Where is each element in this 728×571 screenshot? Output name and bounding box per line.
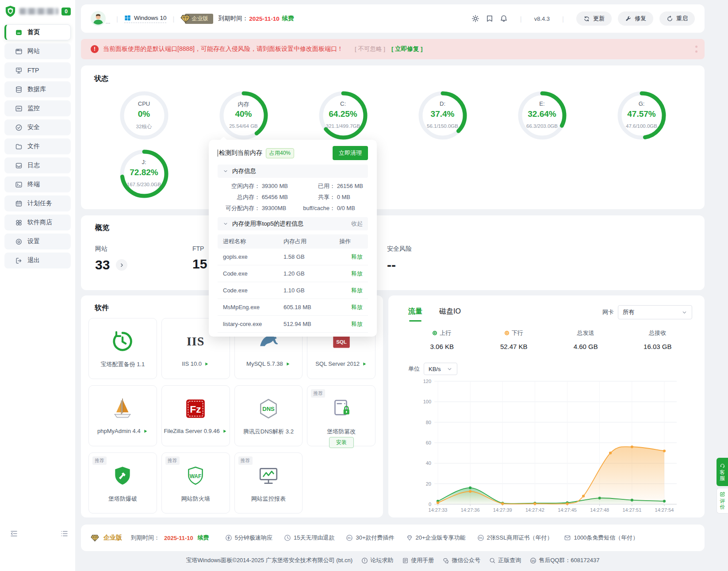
overview-item-value: -- (387, 257, 396, 272)
renew-link[interactable]: 续费 (282, 15, 294, 23)
svg-text:14:27:42: 14:27:42 (525, 507, 544, 513)
memory-info-value: 65456 MB (262, 194, 288, 200)
bookmark-flag-icon[interactable] (486, 15, 494, 23)
traffic-stat-label: 下行 (512, 329, 523, 337)
theme-sun-icon[interactable] (471, 15, 479, 23)
header-action-button[interactable]: 更新 (576, 11, 612, 26)
svg-text:14:27:48: 14:27:48 (590, 507, 609, 513)
sidebar-item[interactable]: 首页 (4, 24, 71, 40)
promo-feature-icon (564, 534, 571, 541)
install-button[interactable]: 安装 (329, 437, 354, 448)
software-tile[interactable]: 推荐 堡塔防篡改 安装 (307, 385, 375, 446)
software-tile[interactable]: 宝塔配置备份 1.1 (88, 318, 157, 379)
sidebar-item-label: 监控 (27, 104, 40, 112)
header-action-button[interactable]: 修复 (618, 11, 653, 26)
release-link[interactable]: 释放 (339, 320, 363, 328)
software-icon (89, 464, 157, 487)
software-tile[interactable]: Fz FileZilla Server 0.9.46 (161, 385, 230, 446)
gold-diamond-icon (91, 534, 99, 542)
sidebar-item[interactable]: 软件商店 (4, 215, 71, 230)
status-gauge[interactable]: D: 37.4% 56.1/150.0GB (417, 90, 468, 141)
promo-feature: 30+ 30+款付费插件 (346, 534, 394, 542)
promo-feature-icon: SSL (477, 534, 484, 541)
footer-link[interactable]: 正版查询 (489, 556, 521, 564)
sidebar-item-icon (15, 67, 23, 74)
header-action-button[interactable]: 重启 (659, 11, 695, 26)
software-tile[interactable]: 推荐 堡塔防爆破 (88, 452, 157, 514)
process-memory: 1.20 GB (284, 270, 339, 277)
process-table-row: Code.exe 1.10 GB 释放 (218, 282, 368, 299)
status-gauge[interactable]: CPU 0% 32核心 (119, 90, 170, 141)
traffic-tab[interactable]: 流量 (408, 307, 422, 322)
sidebar-item[interactable]: 安全 (4, 119, 71, 135)
unit-select[interactable]: KB/s (424, 363, 457, 375)
top5-section-header[interactable]: 内存使用率top5的进程信息 收起 (218, 217, 368, 230)
overview-item-label: 网站 (95, 245, 192, 253)
footer-link[interactable]: 微信公众号 (443, 556, 480, 564)
sidebar-item[interactable]: 文件 (4, 138, 71, 154)
message-count-badge[interactable]: 0 (61, 8, 71, 15)
nic-select[interactable]: 所有 (618, 305, 692, 319)
software-icon: WAF (162, 464, 230, 487)
os-label[interactable]: Windows 10 (124, 15, 167, 23)
status-gauge[interactable]: J: 72.82% 167.5/230.0GB (119, 148, 170, 199)
sidebar-item[interactable]: 日志 (4, 157, 71, 173)
software-tile[interactable]: phpMyAdmin 4.4 (88, 385, 157, 446)
process-table-header-cell: 进程名称 (223, 238, 284, 245)
overview-arrow-button[interactable] (116, 259, 127, 271)
customer-service-button[interactable]: 客服 (717, 458, 728, 486)
software-icon (89, 397, 157, 420)
collapse-link[interactable]: 收起 (351, 220, 363, 228)
release-link[interactable]: 释放 (339, 287, 363, 295)
usage-tag: 占用40% (266, 148, 294, 158)
footer-link-icon (489, 557, 496, 564)
footer-link[interactable]: 论坛求助 (361, 556, 393, 564)
sidebar-item[interactable]: 监控 (4, 100, 71, 116)
promo-renew-link[interactable]: 续费 (198, 534, 209, 542)
footer-link[interactable]: QQ 售后QQ群：608172437 (530, 556, 599, 564)
traffic-tab[interactable]: 磁盘IO (439, 307, 461, 322)
gauge-value: 64.25% (318, 109, 369, 119)
sidebar-item-icon (15, 29, 23, 36)
process-name: gopls.exe (223, 253, 284, 260)
status-gauge[interactable]: C: 64.25% 321.1/499.7GB (318, 90, 369, 141)
footer-link[interactable]: 使用手册 (402, 556, 434, 564)
status-gauge[interactable]: E: 32.64% 66.3/203.0GB (517, 90, 568, 141)
svg-text:14:27:39: 14:27:39 (493, 507, 512, 513)
notification-bell-icon[interactable] (500, 15, 508, 23)
memory-info-section-header[interactable]: 内存信息 (218, 165, 368, 178)
sidebar-list-icon[interactable] (60, 529, 69, 538)
gauge-label: D: (417, 100, 468, 107)
release-link[interactable]: 释放 (339, 270, 363, 278)
status-gauge[interactable]: G: 47.57% 47.6/100.0GB (616, 90, 667, 141)
software-tile[interactable]: DNS 腾讯云DNS解析 3.2 (234, 385, 303, 446)
release-link[interactable]: 释放 (339, 253, 363, 261)
footer-link-label: 正版查询 (498, 556, 521, 564)
overview-item: 网站 33 (95, 245, 192, 272)
software-tile[interactable]: 推荐 网站监控报表 (234, 452, 303, 514)
sidebar-item[interactable]: 网站 (4, 43, 71, 59)
banner-pager-dots[interactable] (695, 46, 697, 53)
memory-info-item: 可分配内存： 39300MB (218, 204, 293, 212)
release-link[interactable]: 释放 (339, 303, 363, 311)
promo-feature: 20+企业版专享功能 (406, 534, 466, 542)
sidebar-item[interactable]: 终端 (4, 176, 71, 192)
sidebar-item[interactable]: FTP (4, 62, 71, 78)
clean-now-button[interactable]: 立即清理 (333, 146, 368, 160)
sidebar-item[interactable]: 退出 (4, 253, 71, 268)
series-dot-icon (505, 331, 509, 335)
user-avatar[interactable] (91, 11, 106, 26)
sidebar-item[interactable]: 数据库 (4, 81, 71, 97)
fix-now-link[interactable]: [ 立即修复 ] (391, 45, 423, 53)
software-tile[interactable]: 推荐 WAF 网站防火墙 (161, 452, 230, 514)
username-masked[interactable] (106, 14, 110, 23)
footer-link-icon (361, 557, 368, 564)
sidebar-item[interactable]: 设置 (4, 234, 71, 249)
sidebar-item[interactable]: 计划任务 (4, 195, 71, 211)
rate-button[interactable]: 评价 (717, 488, 728, 514)
status-gauge[interactable]: 内存 40% 25.54/64 GB (218, 90, 269, 141)
sidebar-collapse-icon[interactable] (10, 529, 18, 538)
memory-info-key: 已用： (293, 182, 335, 190)
edition-badge-group[interactable]: 企业版 (180, 14, 213, 24)
svg-text:14:27:33: 14:27:33 (429, 507, 448, 513)
